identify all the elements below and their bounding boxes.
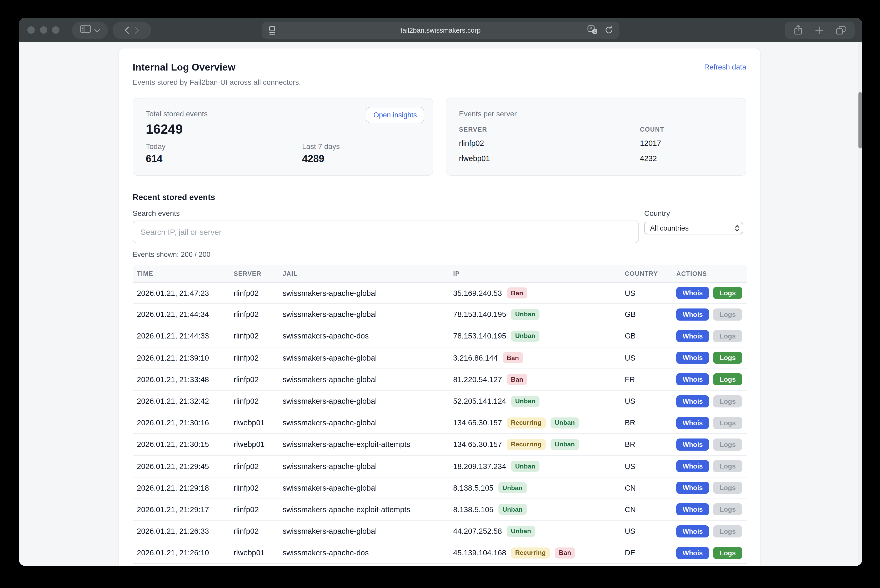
country-select-value: All countries [650, 224, 689, 232]
event-ip: 8.138.5.105 [453, 506, 493, 514]
event-badges: RecurringUnban [507, 439, 579, 450]
event-jail: swissmakers-apache-global [283, 418, 453, 427]
recurring-badge: Recurring [507, 417, 546, 428]
logs-button[interactable]: Logs [714, 460, 742, 472]
logs-button[interactable]: Logs [714, 438, 742, 451]
sidebar-toggle-button[interactable] [72, 21, 108, 39]
logs-button[interactable]: Logs [714, 352, 742, 364]
event-actions: Whois Logs [676, 525, 747, 537]
event-server: rlinfp02 [234, 506, 283, 514]
logs-button[interactable]: Logs [714, 417, 742, 429]
chevron-down-icon [94, 25, 100, 35]
event-time: 2026.01.21, 21:44:34 [137, 310, 234, 319]
refresh-data-link[interactable]: Refresh data [704, 63, 746, 71]
event-country: GB [625, 332, 676, 340]
event-badges: Unban [498, 504, 527, 515]
scrollbar-thumb[interactable] [858, 92, 862, 148]
whois-button[interactable]: Whois [676, 504, 709, 516]
minimize-window-button[interactable] [40, 26, 47, 34]
ban-badge: Ban [502, 352, 523, 363]
page-title: Internal Log Overview [133, 61, 301, 74]
event-ip-cell: 134.65.30.157 RecurringUnban [453, 417, 625, 428]
event-actions: Whois Logs [676, 374, 747, 386]
logs-button[interactable]: Logs [714, 309, 742, 321]
event-country: DE [625, 549, 676, 557]
event-time: 2026.01.21, 21:29:45 [137, 462, 234, 470]
whois-button[interactable]: Whois [676, 395, 709, 407]
last-7-days-value: 4289 [302, 153, 420, 165]
logs-button[interactable]: Logs [714, 504, 742, 516]
whois-button[interactable]: Whois [676, 417, 709, 429]
forward-button[interactable] [134, 26, 139, 34]
table-row: 2026.01.21, 21:33:48 rlinfp02 swissmaker… [133, 369, 747, 391]
event-time: 2026.01.21, 21:47:23 [137, 289, 234, 297]
logs-button[interactable]: Logs [714, 330, 742, 342]
tab-overview-icon[interactable] [836, 26, 846, 34]
event-jail: swissmakers-apache-exploit-attempts [283, 506, 453, 514]
new-tab-icon[interactable] [815, 26, 823, 34]
table-row: 2026.01.21, 21:29:18 rlinfp02 swissmaker… [133, 477, 747, 499]
table-row: 2026.01.21, 21:47:23 rlinfp02 swissmaker… [133, 282, 747, 304]
unban-badge: Unban [498, 483, 527, 494]
country-select[interactable]: All countries [644, 222, 743, 234]
logs-button[interactable]: Logs [714, 395, 742, 407]
event-jail: swissmakers-apache-global [283, 354, 453, 362]
total-events-card: Total stored events 16249 Open insights … [133, 98, 433, 176]
event-badges: Unban [507, 526, 535, 537]
logs-button[interactable]: Logs [714, 547, 742, 559]
whois-button[interactable]: Whois [676, 287, 709, 299]
table-row: 2026.01.21, 21:29:45 rlinfp02 swissmaker… [133, 456, 747, 477]
event-badges: Ban [507, 287, 527, 298]
whois-button[interactable]: Whois [676, 460, 709, 472]
address-bar[interactable]: fail2ban.swissmakers.corp Ax̂ [262, 21, 619, 39]
sidebar-icon [80, 25, 91, 35]
translate-icon[interactable]: Ax̂ [588, 25, 598, 37]
event-ip: 78.153.140.195 [453, 310, 506, 319]
event-server: rlinfp02 [234, 527, 283, 536]
whois-button[interactable]: Whois [676, 547, 709, 559]
whois-button[interactable]: Whois [676, 330, 709, 342]
logs-button[interactable]: Logs [714, 482, 742, 494]
event-ip: 134.65.30.157 [453, 418, 502, 427]
event-country: FR [625, 375, 676, 384]
share-icon[interactable] [794, 25, 803, 35]
whois-button[interactable]: Whois [676, 525, 709, 537]
logs-button[interactable]: Logs [714, 525, 742, 537]
event-badges: Unban [511, 309, 540, 320]
window-controls [27, 26, 60, 34]
zoom-window-button[interactable] [52, 26, 60, 34]
unban-badge: Unban [550, 439, 579, 450]
event-ip: 44.207.252.58 [453, 527, 502, 536]
event-ip-cell: 8.138.5.105 Unban [453, 504, 625, 515]
scrollbar-track[interactable] [858, 42, 862, 566]
back-button[interactable] [124, 26, 129, 34]
whois-button[interactable]: Whois [676, 482, 709, 494]
open-insights-button[interactable]: Open insights [366, 107, 424, 123]
event-actions: Whois Logs [676, 330, 747, 342]
whois-button[interactable]: Whois [676, 352, 709, 364]
event-jail: swissmakers-apache-global [283, 397, 453, 405]
search-input[interactable] [133, 220, 639, 243]
event-ip: 52.205.141.124 [453, 397, 506, 405]
col-country: COUNTRY [625, 270, 676, 278]
logs-button[interactable]: Logs [714, 374, 742, 386]
whois-button[interactable]: Whois [676, 309, 709, 321]
whois-button[interactable]: Whois [676, 374, 709, 386]
unban-badge: Unban [511, 331, 540, 342]
event-country: BR [625, 440, 676, 449]
event-ip: 134.65.30.157 [453, 440, 502, 449]
event-actions: Whois Logs [676, 309, 747, 321]
event-server: rlinfp02 [234, 289, 283, 297]
reload-icon[interactable] [605, 26, 613, 36]
event-country: US [625, 397, 676, 405]
whois-button[interactable]: Whois [676, 438, 709, 451]
close-window-button[interactable] [27, 26, 35, 34]
event-badges: RecurringUnban [507, 417, 579, 428]
ban-badge: Ban [507, 287, 527, 298]
event-ip-cell: 81.220.54.127 Ban [453, 374, 625, 385]
event-ip-cell: 134.65.30.157 RecurringUnban [453, 439, 625, 450]
recent-events-heading: Recent stored events [133, 192, 746, 202]
logs-button[interactable]: Logs [714, 287, 742, 299]
ban-badge: Ban [507, 374, 527, 385]
event-ip: 45.139.104.168 [453, 549, 506, 557]
